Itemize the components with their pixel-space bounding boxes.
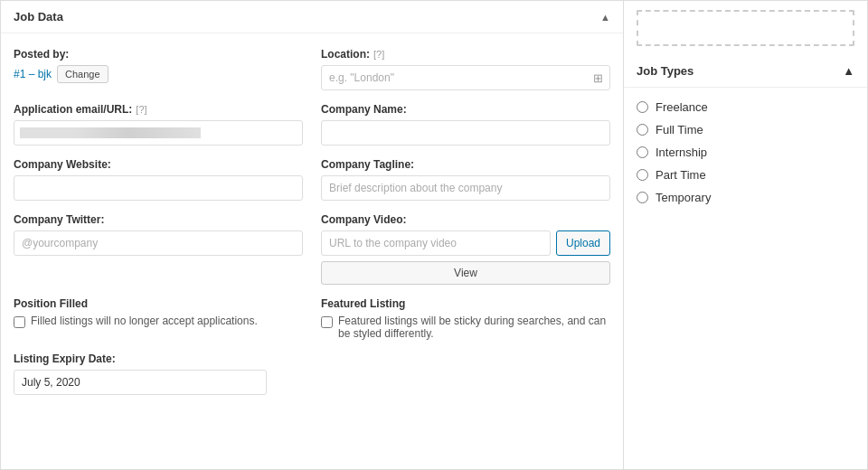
location-icon: ⊞ <box>593 71 603 85</box>
company-tagline-input[interactable] <box>321 175 610 201</box>
posted-by-label: Posted by: <box>14 48 303 61</box>
application-email-group: Application email/URL: [?] <box>14 103 303 146</box>
position-filled-desc: Filled listings will no longer accept ap… <box>31 315 258 327</box>
job-type-radio-parttime[interactable] <box>637 169 648 181</box>
location-input[interactable] <box>321 65 610 90</box>
row-expiry: Listing Expiry Date: <box>14 352 610 395</box>
job-type-label-freelance: Freelance <box>656 100 708 114</box>
location-input-wrap: ⊞ <box>321 65 610 90</box>
location-group: Location: [?] ⊞ <box>321 48 610 90</box>
row-filled-featured: Position Filled Filled listings will no … <box>14 297 610 340</box>
company-tagline-label: Company Tagline: <box>321 158 610 171</box>
featured-listing-desc: Featured listings will be sticky during … <box>338 315 610 340</box>
position-filled-checkbox[interactable] <box>14 316 25 328</box>
job-type-label-parttime: Part Time <box>656 168 706 182</box>
side-panel: Job Types ▲ Freelance Full Time Internsh… <box>624 0 868 470</box>
featured-listing-group: Featured Listing Featured listings will … <box>321 297 610 340</box>
job-type-parttime: Part Time <box>637 168 854 182</box>
listing-expiry-group: Listing Expiry Date: <box>14 352 303 395</box>
featured-listing-title: Featured Listing <box>321 297 610 310</box>
company-tagline-group: Company Tagline: <box>321 158 610 201</box>
job-types-title: Job Types <box>637 64 693 78</box>
job-type-internship: Internship <box>637 146 854 159</box>
job-type-radio-fulltime[interactable] <box>637 124 648 136</box>
upload-button[interactable]: Upload <box>556 230 610 256</box>
row-website-tagline: Company Website: Company Tagline: <box>14 158 610 201</box>
company-video-group: Company Video: Upload View <box>321 213 610 285</box>
job-types-area: Freelance Full Time Internship Part Time… <box>624 88 867 226</box>
position-filled-group: Position Filled Filled listings will no … <box>14 297 303 340</box>
section-title: Job Data <box>14 10 63 24</box>
company-twitter-input[interactable] <box>14 230 303 256</box>
application-email-label: Application email/URL: [?] <box>14 103 303 116</box>
company-video-input[interactable] <box>321 230 551 256</box>
featured-listing-checkbox[interactable] <box>321 316 333 328</box>
featured-listing-checkbox-row: Featured listings will be sticky during … <box>321 315 610 340</box>
view-button[interactable]: View <box>321 261 610 285</box>
job-type-freelance: Freelance <box>637 100 854 114</box>
company-website-label: Company Website: <box>14 158 303 171</box>
expiry-spacer <box>321 352 610 395</box>
row-posted-location: Posted by: #1 – bjk Change Location: [?]… <box>14 48 610 90</box>
listing-expiry-label: Listing Expiry Date: <box>14 352 303 365</box>
job-data-section-header: Job Data ▲ <box>1 1 623 33</box>
company-video-label: Company Video: <box>321 213 610 226</box>
row-email-name: Application email/URL: [?] Company Name: <box>14 103 610 146</box>
job-types-header: Job Types ▲ <box>624 55 867 88</box>
row-twitter-video: Company Twitter: Company Video: Upload V… <box>14 213 610 285</box>
video-input-row: Upload <box>321 230 610 256</box>
change-button[interactable]: Change <box>57 65 108 83</box>
job-type-label-internship: Internship <box>656 146 707 159</box>
job-types-collapse-icon[interactable]: ▲ <box>843 64 854 78</box>
job-type-radio-freelance[interactable] <box>637 101 648 113</box>
position-filled-checkbox-row: Filled listings will no longer accept ap… <box>14 315 303 328</box>
listing-expiry-input[interactable] <box>14 370 267 395</box>
job-type-label-fulltime: Full Time <box>656 123 703 136</box>
position-filled-title: Position Filled <box>14 297 303 310</box>
job-type-label-temporary: Temporary <box>656 191 711 204</box>
company-name-label: Company Name: <box>321 103 610 116</box>
top-placeholder <box>637 10 854 46</box>
company-twitter-group: Company Twitter: <box>14 213 303 285</box>
job-type-radio-temporary[interactable] <box>637 192 648 203</box>
collapse-arrow-icon[interactable]: ▲ <box>600 12 610 23</box>
company-website-input[interactable] <box>14 175 303 201</box>
company-website-group: Company Website: <box>14 158 303 201</box>
posted-by-row: #1 – bjk Change <box>14 65 303 83</box>
location-label: Location: [?] <box>321 48 610 61</box>
posted-by-group: Posted by: #1 – bjk Change <box>14 48 303 90</box>
company-name-input[interactable] <box>321 120 610 146</box>
application-email-input[interactable] <box>14 120 303 146</box>
company-twitter-label: Company Twitter: <box>14 213 303 226</box>
company-name-group: Company Name: <box>321 103 610 146</box>
job-type-temporary: Temporary <box>637 191 854 204</box>
job-type-fulltime: Full Time <box>637 123 854 136</box>
form-area: Posted by: #1 – bjk Change Location: [?]… <box>1 33 623 422</box>
posted-by-link[interactable]: #1 – bjk <box>14 68 52 80</box>
job-type-radio-internship[interactable] <box>637 146 648 158</box>
main-panel: Job Data ▲ Posted by: #1 – bjk Change <box>0 0 624 470</box>
